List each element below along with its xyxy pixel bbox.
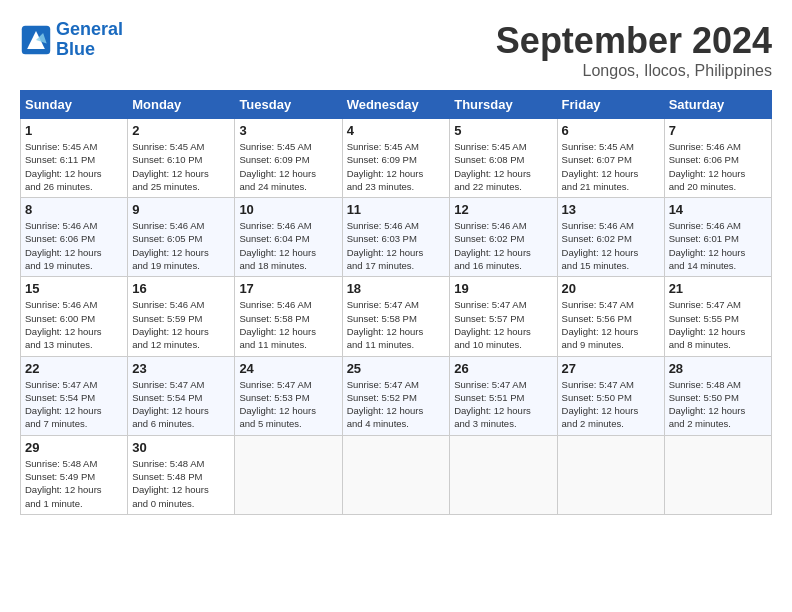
day-number-15: 15: [25, 281, 123, 296]
day-number-13: 13: [562, 202, 660, 217]
day-cell-25: 25 Sunrise: 5:47 AM Sunset: 5:52 PM Dayl…: [342, 356, 450, 435]
day-cell-18: 18 Sunrise: 5:47 AM Sunset: 5:58 PM Dayl…: [342, 277, 450, 356]
day-number-4: 4: [347, 123, 446, 138]
day-cell-13: 13 Sunrise: 5:46 AM Sunset: 6:02 PM Dayl…: [557, 198, 664, 277]
day-number-10: 10: [239, 202, 337, 217]
weekday-header-row: Sunday Monday Tuesday Wednesday Thursday…: [21, 91, 772, 119]
day-cell-20: 20 Sunrise: 5:47 AM Sunset: 5:56 PM Dayl…: [557, 277, 664, 356]
day-cell-23: 23 Sunrise: 5:47 AM Sunset: 5:54 PM Dayl…: [128, 356, 235, 435]
day-cell-12: 12 Sunrise: 5:46 AM Sunset: 6:02 PM Dayl…: [450, 198, 557, 277]
day-cell-27: 27 Sunrise: 5:47 AM Sunset: 5:50 PM Dayl…: [557, 356, 664, 435]
day-info-11: Sunrise: 5:46 AM Sunset: 6:03 PM Dayligh…: [347, 219, 446, 272]
logo: General Blue: [20, 20, 123, 60]
day-number-27: 27: [562, 361, 660, 376]
logo-icon: [20, 24, 52, 56]
day-cell-22: 22 Sunrise: 5:47 AM Sunset: 5:54 PM Dayl…: [21, 356, 128, 435]
day-number-8: 8: [25, 202, 123, 217]
day-info-21: Sunrise: 5:47 AM Sunset: 5:55 PM Dayligh…: [669, 298, 767, 351]
day-number-20: 20: [562, 281, 660, 296]
week-row-4: 22 Sunrise: 5:47 AM Sunset: 5:54 PM Dayl…: [21, 356, 772, 435]
day-info-28: Sunrise: 5:48 AM Sunset: 5:50 PM Dayligh…: [669, 378, 767, 431]
day-number-24: 24: [239, 361, 337, 376]
header-tuesday: Tuesday: [235, 91, 342, 119]
day-number-22: 22: [25, 361, 123, 376]
day-info-3: Sunrise: 5:45 AM Sunset: 6:09 PM Dayligh…: [239, 140, 337, 193]
day-number-30: 30: [132, 440, 230, 455]
day-number-7: 7: [669, 123, 767, 138]
day-number-6: 6: [562, 123, 660, 138]
day-info-24: Sunrise: 5:47 AM Sunset: 5:53 PM Dayligh…: [239, 378, 337, 431]
day-info-13: Sunrise: 5:46 AM Sunset: 6:02 PM Dayligh…: [562, 219, 660, 272]
empty-cell: [342, 435, 450, 514]
day-number-16: 16: [132, 281, 230, 296]
day-cell-14: 14 Sunrise: 5:46 AM Sunset: 6:01 PM Dayl…: [664, 198, 771, 277]
day-info-29: Sunrise: 5:48 AM Sunset: 5:49 PM Dayligh…: [25, 457, 123, 510]
day-info-7: Sunrise: 5:46 AM Sunset: 6:06 PM Dayligh…: [669, 140, 767, 193]
day-info-5: Sunrise: 5:45 AM Sunset: 6:08 PM Dayligh…: [454, 140, 552, 193]
month-title: September 2024: [496, 20, 772, 62]
header-thursday: Thursday: [450, 91, 557, 119]
day-cell-4: 4 Sunrise: 5:45 AM Sunset: 6:09 PM Dayli…: [342, 119, 450, 198]
header-wednesday: Wednesday: [342, 91, 450, 119]
day-info-15: Sunrise: 5:46 AM Sunset: 6:00 PM Dayligh…: [25, 298, 123, 351]
day-cell-21: 21 Sunrise: 5:47 AM Sunset: 5:55 PM Dayl…: [664, 277, 771, 356]
week-row-5: 29 Sunrise: 5:48 AM Sunset: 5:49 PM Dayl…: [21, 435, 772, 514]
day-number-23: 23: [132, 361, 230, 376]
day-cell-7: 7 Sunrise: 5:46 AM Sunset: 6:06 PM Dayli…: [664, 119, 771, 198]
day-cell-26: 26 Sunrise: 5:47 AM Sunset: 5:51 PM Dayl…: [450, 356, 557, 435]
day-number-3: 3: [239, 123, 337, 138]
day-number-25: 25: [347, 361, 446, 376]
day-cell-30: 30 Sunrise: 5:48 AM Sunset: 5:48 PM Dayl…: [128, 435, 235, 514]
page-header: General Blue September 2024 Longos, Iloc…: [20, 20, 772, 80]
day-number-19: 19: [454, 281, 552, 296]
day-cell-11: 11 Sunrise: 5:46 AM Sunset: 6:03 PM Dayl…: [342, 198, 450, 277]
day-info-6: Sunrise: 5:45 AM Sunset: 6:07 PM Dayligh…: [562, 140, 660, 193]
day-number-26: 26: [454, 361, 552, 376]
day-info-27: Sunrise: 5:47 AM Sunset: 5:50 PM Dayligh…: [562, 378, 660, 431]
day-info-1: Sunrise: 5:45 AM Sunset: 6:11 PM Dayligh…: [25, 140, 123, 193]
location: Longos, Ilocos, Philippines: [496, 62, 772, 80]
day-number-2: 2: [132, 123, 230, 138]
calendar-table: Sunday Monday Tuesday Wednesday Thursday…: [20, 90, 772, 515]
header-monday: Monday: [128, 91, 235, 119]
empty-cell: [557, 435, 664, 514]
week-row-3: 15 Sunrise: 5:46 AM Sunset: 6:00 PM Dayl…: [21, 277, 772, 356]
day-info-10: Sunrise: 5:46 AM Sunset: 6:04 PM Dayligh…: [239, 219, 337, 272]
day-info-18: Sunrise: 5:47 AM Sunset: 5:58 PM Dayligh…: [347, 298, 446, 351]
day-cell-1: 1 Sunrise: 5:45 AM Sunset: 6:11 PM Dayli…: [21, 119, 128, 198]
day-info-2: Sunrise: 5:45 AM Sunset: 6:10 PM Dayligh…: [132, 140, 230, 193]
day-cell-19: 19 Sunrise: 5:47 AM Sunset: 5:57 PM Dayl…: [450, 277, 557, 356]
week-row-2: 8 Sunrise: 5:46 AM Sunset: 6:06 PM Dayli…: [21, 198, 772, 277]
day-number-12: 12: [454, 202, 552, 217]
day-number-9: 9: [132, 202, 230, 217]
day-cell-8: 8 Sunrise: 5:46 AM Sunset: 6:06 PM Dayli…: [21, 198, 128, 277]
day-number-11: 11: [347, 202, 446, 217]
day-cell-24: 24 Sunrise: 5:47 AM Sunset: 5:53 PM Dayl…: [235, 356, 342, 435]
logo-text: General Blue: [56, 20, 123, 60]
day-info-12: Sunrise: 5:46 AM Sunset: 6:02 PM Dayligh…: [454, 219, 552, 272]
day-cell-10: 10 Sunrise: 5:46 AM Sunset: 6:04 PM Dayl…: [235, 198, 342, 277]
day-cell-3: 3 Sunrise: 5:45 AM Sunset: 6:09 PM Dayli…: [235, 119, 342, 198]
empty-cell: [235, 435, 342, 514]
day-info-16: Sunrise: 5:46 AM Sunset: 5:59 PM Dayligh…: [132, 298, 230, 351]
day-info-9: Sunrise: 5:46 AM Sunset: 6:05 PM Dayligh…: [132, 219, 230, 272]
day-number-17: 17: [239, 281, 337, 296]
day-number-14: 14: [669, 202, 767, 217]
day-number-29: 29: [25, 440, 123, 455]
day-number-21: 21: [669, 281, 767, 296]
day-info-26: Sunrise: 5:47 AM Sunset: 5:51 PM Dayligh…: [454, 378, 552, 431]
day-cell-16: 16 Sunrise: 5:46 AM Sunset: 5:59 PM Dayl…: [128, 277, 235, 356]
day-cell-15: 15 Sunrise: 5:46 AM Sunset: 6:00 PM Dayl…: [21, 277, 128, 356]
week-row-1: 1 Sunrise: 5:45 AM Sunset: 6:11 PM Dayli…: [21, 119, 772, 198]
header-sunday: Sunday: [21, 91, 128, 119]
header-friday: Friday: [557, 91, 664, 119]
header-saturday: Saturday: [664, 91, 771, 119]
day-info-4: Sunrise: 5:45 AM Sunset: 6:09 PM Dayligh…: [347, 140, 446, 193]
day-cell-28: 28 Sunrise: 5:48 AM Sunset: 5:50 PM Dayl…: [664, 356, 771, 435]
day-cell-17: 17 Sunrise: 5:46 AM Sunset: 5:58 PM Dayl…: [235, 277, 342, 356]
empty-cell: [664, 435, 771, 514]
day-number-5: 5: [454, 123, 552, 138]
day-info-20: Sunrise: 5:47 AM Sunset: 5:56 PM Dayligh…: [562, 298, 660, 351]
day-cell-6: 6 Sunrise: 5:45 AM Sunset: 6:07 PM Dayli…: [557, 119, 664, 198]
day-info-19: Sunrise: 5:47 AM Sunset: 5:57 PM Dayligh…: [454, 298, 552, 351]
